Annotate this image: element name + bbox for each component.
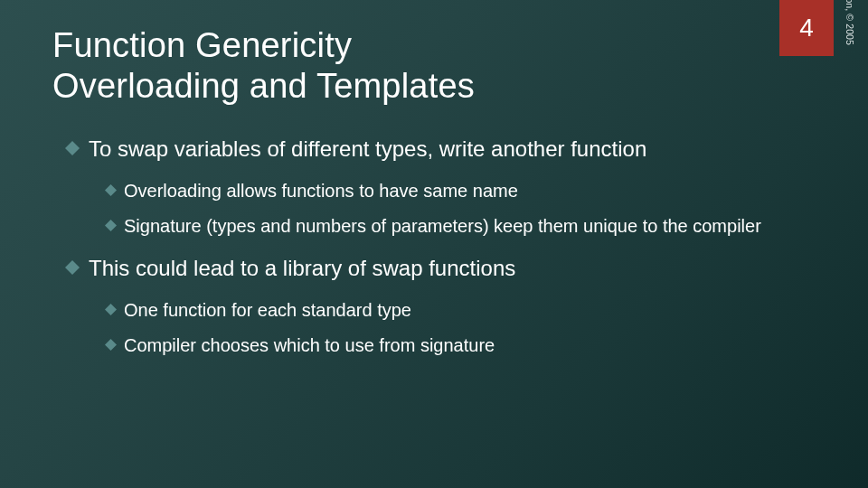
diamond-bullet-icon — [105, 304, 117, 315]
sub-bullets: Overloading allows functions to have sam… — [105, 180, 787, 239]
svg-marker-2 — [105, 220, 117, 231]
svg-marker-3 — [65, 260, 80, 275]
bullet-text: This could lead to a library of swap fun… — [89, 255, 787, 283]
title-line-2: Overloading and Templates — [52, 67, 475, 105]
bullet-text: One function for each standard type — [124, 299, 787, 323]
page-number: 4 — [799, 14, 814, 42]
bullet-text: Overloading allows functions to have sam… — [124, 180, 787, 203]
diamond-bullet-icon — [105, 220, 117, 231]
bullet-text: To swap variables of different types, wr… — [89, 136, 787, 164]
title-line-1: Function Genericity — [52, 26, 352, 64]
svg-marker-4 — [105, 304, 117, 315]
svg-marker-0 — [65, 141, 80, 155]
diamond-bullet-icon — [105, 339, 117, 351]
sub-bullets: One function for each standard type Comp… — [105, 299, 787, 358]
bullet-level2: Overloading allows functions to have sam… — [105, 180, 787, 203]
bullet-text: Signature (types and numbers of paramete… — [124, 215, 787, 239]
bullet-level2: Signature (types and numbers of paramete… — [105, 215, 787, 239]
svg-marker-1 — [105, 184, 117, 196]
diamond-bullet-icon — [65, 141, 80, 155]
citation-sidebar: Nyhoff, ADTs, Data Structures and Proble… — [834, 0, 855, 56]
svg-marker-5 — [105, 339, 117, 351]
bullet-level1: This could lead to a library of swap fun… — [65, 255, 787, 283]
bullet-text: Compiler chooses which to use from signa… — [124, 334, 787, 358]
diamond-bullet-icon — [65, 260, 80, 275]
bullet-level2: Compiler chooses which to use from signa… — [105, 334, 787, 358]
diamond-bullet-icon — [105, 184, 117, 196]
slide-title: Function Genericity Overloading and Temp… — [52, 25, 475, 107]
bullet-level1: To swap variables of different types, wr… — [65, 136, 787, 164]
page-number-tab: 4 — [779, 0, 834, 56]
bullet-level2: One function for each standard type — [105, 299, 787, 323]
slide-content: To swap variables of different types, wr… — [65, 136, 787, 374]
